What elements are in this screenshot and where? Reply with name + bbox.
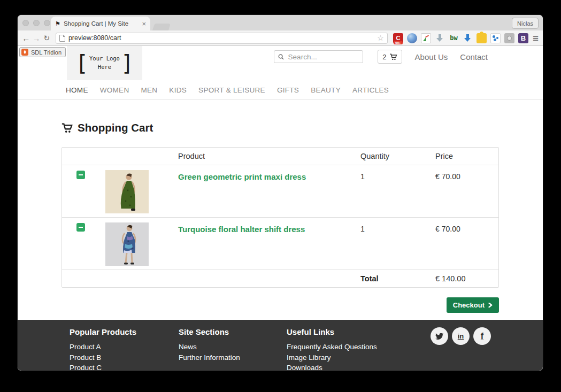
zoom-window-button[interactable] bbox=[44, 20, 50, 26]
product-link[interactable]: Green geometric print maxi dress bbox=[178, 172, 306, 181]
dots-extension-icon[interactable] bbox=[490, 33, 501, 43]
item-quantity: 1 bbox=[360, 172, 435, 181]
profile-button[interactable]: Niclas bbox=[512, 18, 539, 29]
footer-link[interactable]: Further Information bbox=[179, 352, 279, 363]
about-us-link[interactable]: About Us bbox=[415, 52, 448, 62]
download-gray-extension-icon[interactable] bbox=[435, 33, 445, 43]
bootstrap-extension-icon[interactable]: B bbox=[518, 33, 528, 43]
nav-item-women[interactable]: WOMEN bbox=[100, 86, 129, 94]
bw-extension-icon[interactable]: bw bbox=[449, 33, 459, 43]
logo-bracket-right: ] bbox=[121, 52, 134, 74]
item-price: € 70.00 bbox=[435, 172, 499, 181]
site-logo[interactable]: [ Your LogoHere ] bbox=[67, 46, 142, 80]
chevron-right-icon bbox=[488, 303, 493, 308]
page-icon bbox=[59, 35, 65, 42]
cart-total-row: Total € 140.00 bbox=[62, 270, 498, 287]
nav-item-articles[interactable]: ARTICLES bbox=[352, 86, 389, 94]
footer-link[interactable]: News bbox=[179, 342, 279, 352]
cart-table: Product Quantity Price bbox=[62, 147, 499, 288]
logo-bracket-left: [ bbox=[75, 52, 88, 74]
extensions-row: C 99+ bw B bbox=[393, 33, 528, 43]
cart-item-row: Turquoise floral halter shift dress 1 € … bbox=[62, 218, 498, 270]
tab-strip: ⚑ Shopping Cart | My Site × Niclas bbox=[18, 15, 543, 30]
forward-icon[interactable]: → bbox=[31, 34, 41, 42]
address-bar[interactable]: preview:8080/cart ☆ bbox=[56, 33, 388, 44]
footer-popular-products: Popular Products Product A Product B Pro… bbox=[62, 327, 171, 371]
nav-item-home[interactable]: HOME bbox=[66, 86, 88, 94]
footer-link[interactable]: Downloads bbox=[287, 363, 423, 371]
chart-extension-icon[interactable] bbox=[421, 33, 431, 43]
item-quantity: 1 bbox=[360, 225, 435, 233]
column-header-product: Product bbox=[178, 148, 360, 165]
contact-link[interactable]: Contact bbox=[460, 52, 488, 62]
sdl-tridion-badge[interactable]: SDL Tridion bbox=[19, 47, 66, 57]
column-header-price: Price bbox=[435, 148, 499, 165]
cart-count: 2 bbox=[382, 53, 386, 61]
footer-link[interactable]: Image Library bbox=[287, 352, 423, 363]
back-icon[interactable]: ← bbox=[21, 34, 31, 42]
nav-item-men[interactable]: MEN bbox=[141, 86, 157, 94]
search-icon bbox=[278, 53, 284, 60]
browser-window: ⚑ Shopping Cart | My Site × Niclas ← → ↻… bbox=[18, 15, 543, 371]
puzzle-extension-icon[interactable] bbox=[477, 33, 487, 43]
facebook-icon[interactable]: f bbox=[473, 327, 491, 345]
twitter-icon[interactable] bbox=[431, 327, 448, 345]
search-input[interactable] bbox=[287, 52, 359, 62]
window-controls bbox=[22, 20, 50, 26]
product-image-green-maxi-dress[interactable] bbox=[105, 170, 149, 213]
url-text: preview:8080/cart bbox=[68, 34, 374, 42]
site-footer: Popular Products Product A Product B Pro… bbox=[18, 320, 543, 371]
footer-link[interactable]: Product B bbox=[70, 352, 171, 363]
minimize-window-button[interactable] bbox=[33, 20, 40, 26]
nav-item-sport-leisure[interactable]: SPORT & LEISURE bbox=[198, 86, 265, 94]
linkedin-icon[interactable]: in bbox=[452, 327, 470, 345]
browser-toolbar: ← → ↻ preview:8080/cart ☆ C 99+ bw B ≡ bbox=[18, 30, 543, 46]
footer-link[interactable]: Product A bbox=[70, 342, 171, 352]
cart-item-row: Green geometric print maxi dress 1 € 70.… bbox=[62, 165, 498, 218]
reload-icon[interactable]: ↻ bbox=[42, 34, 52, 42]
bookmark-star-icon[interactable]: ☆ bbox=[377, 34, 384, 42]
tab-close-icon[interactable]: × bbox=[142, 20, 146, 27]
footer-link[interactable]: Frequently Asked Questions bbox=[287, 342, 423, 352]
column-header-quantity: Quantity bbox=[360, 148, 435, 165]
main-nav-wrap: HOME WOMEN MEN KIDS SPORT & LEISURE GIFT… bbox=[18, 81, 543, 100]
header-cart-button[interactable]: 2 bbox=[378, 50, 402, 64]
extension-c-icon[interactable]: C 99+ bbox=[393, 33, 403, 43]
footer-heading: Useful Links bbox=[287, 327, 423, 336]
checkout-button[interactable]: Checkout bbox=[447, 297, 499, 313]
nav-item-beauty[interactable]: BEAUTY bbox=[311, 86, 341, 94]
footer-useful-links: Useful Links Frequently Asked Questions … bbox=[279, 327, 423, 371]
product-image-turquoise-shift-dress[interactable] bbox=[105, 222, 149, 266]
download-blue-extension-icon[interactable] bbox=[463, 33, 473, 43]
site-header: [ Your LogoHere ] 2 About Us Contact bbox=[62, 46, 499, 80]
camera-extension-icon[interactable] bbox=[504, 33, 514, 43]
footer-heading: Popular Products bbox=[70, 327, 171, 336]
social-links: in f bbox=[431, 327, 499, 371]
new-tab-button[interactable] bbox=[152, 24, 171, 30]
globe-extension-icon[interactable] bbox=[407, 33, 417, 43]
nav-item-gifts[interactable]: GIFTS bbox=[277, 86, 299, 94]
search-box[interactable] bbox=[274, 50, 363, 63]
tab-title: Shopping Cart | My Site bbox=[64, 20, 139, 27]
total-label: Total bbox=[360, 274, 435, 283]
product-link[interactable]: Turquoise floral halter shift dress bbox=[178, 225, 305, 234]
browser-tab[interactable]: ⚑ Shopping Cart | My Site × bbox=[51, 17, 150, 30]
close-window-button[interactable] bbox=[22, 20, 29, 26]
browser-menu-icon[interactable]: ≡ bbox=[533, 33, 539, 43]
tab-favicon: ⚑ bbox=[55, 21, 60, 27]
sdl-tridion-icon bbox=[21, 49, 28, 56]
sdl-tridion-label: SDL Tridion bbox=[31, 49, 62, 56]
checkout-label: Checkout bbox=[453, 301, 485, 309]
shopping-cart-icon bbox=[62, 122, 73, 134]
page-content: SDL Tridion [ Your LogoHere ] 2 bbox=[18, 46, 543, 371]
nav-item-kids[interactable]: KIDS bbox=[169, 86, 187, 94]
footer-heading: Site Sections bbox=[179, 327, 279, 336]
total-value: € 140.00 bbox=[435, 274, 499, 283]
extension-c-label: C bbox=[396, 35, 400, 41]
cart-table-header: Product Quantity Price bbox=[62, 148, 498, 165]
extension-c-badge: 99+ bbox=[394, 41, 403, 44]
footer-link[interactable]: Product C bbox=[70, 363, 171, 371]
remove-item-button[interactable] bbox=[76, 171, 85, 179]
page-title: Shopping Cart bbox=[62, 121, 499, 134]
remove-item-button[interactable] bbox=[76, 223, 85, 232]
